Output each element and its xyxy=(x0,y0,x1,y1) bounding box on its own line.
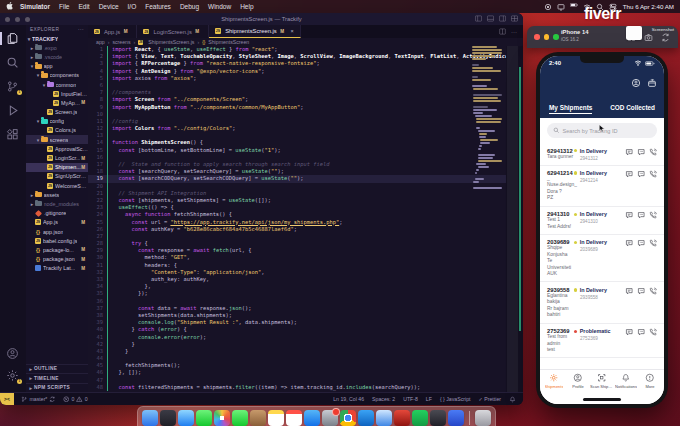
breadcrumb-segment[interactable]: screens xyxy=(112,39,130,45)
chat-icon[interactable] xyxy=(625,239,634,248)
tree-item-expo[interactable]: ▸.expo xyxy=(26,43,88,52)
tabbar-notifications[interactable]: Notifications xyxy=(614,373,638,389)
dock-blue-app-icon[interactable] xyxy=(448,410,464,426)
settings-icon[interactable]: 1 xyxy=(6,369,19,382)
tree-item-vscode[interactable]: ▸.vscode xyxy=(26,52,88,61)
simulator-window-controls[interactable] xyxy=(534,34,559,40)
tree-item-InputFieldjs[interactable]: JSInputField.js xyxy=(26,89,88,98)
home-indicator[interactable] xyxy=(583,398,621,402)
dock-finder-icon[interactable] xyxy=(142,410,158,426)
shipment-row[interactable]: 2752369Test from admintestProblematic275… xyxy=(540,324,664,359)
tabbar-profile[interactable]: Profile xyxy=(566,373,590,389)
chat-icon[interactable] xyxy=(625,287,634,296)
tree-item-components[interactable]: ▾components xyxy=(26,71,88,80)
chat-icon[interactable] xyxy=(625,211,634,220)
git-branch[interactable]: master* xyxy=(21,396,56,403)
menu-item-window[interactable]: Window xyxy=(208,3,231,10)
tree-item-packagelo[interactable]: {}package-lo...M xyxy=(26,245,88,254)
tree-root[interactable]: ▾TRACKIFY xyxy=(26,34,88,43)
scrollbar[interactable] xyxy=(506,46,523,393)
phone-icon[interactable] xyxy=(649,287,658,296)
tree-item-babelconfigjs[interactable]: JSbabel.config.js xyxy=(26,236,88,245)
menu-item-debug[interactable]: Debug xyxy=(180,3,199,10)
phone-icon[interactable] xyxy=(649,328,658,337)
dock-calendar-icon[interactable] xyxy=(286,410,302,426)
sms-icon[interactable] xyxy=(637,287,646,296)
dock-spotify-icon[interactable] xyxy=(412,410,428,426)
menu-item-device[interactable]: Device xyxy=(99,3,119,10)
tree-item-Shipmen[interactable]: JSShipmen...M xyxy=(26,163,88,172)
shipment-row[interactable]: 62941214_ Nuse.design_ Dora ?PZIn Delive… xyxy=(540,166,664,207)
tree-item-app[interactable]: ▾app xyxy=(26,62,88,71)
dock-chrome-icon[interactable] xyxy=(340,410,356,426)
tree-item-screens[interactable]: ▾screens xyxy=(26,135,88,144)
dock-settings-icon[interactable] xyxy=(322,410,338,426)
layout-toggle-icons[interactable] xyxy=(475,15,518,22)
minimap[interactable] xyxy=(472,46,504,190)
section-npm-scripts[interactable]: ▸NPM SCRIPTS xyxy=(26,383,88,393)
split-editor-icon[interactable] xyxy=(499,28,506,35)
menu-item-edit[interactable]: Edit xyxy=(78,3,89,10)
dock-facetime-icon[interactable] xyxy=(232,410,248,426)
sms-icon[interactable] xyxy=(637,328,646,337)
dock-photos-icon[interactable] xyxy=(214,410,230,426)
debug-icon[interactable] xyxy=(6,104,19,117)
close-icon[interactable]: × xyxy=(291,28,294,34)
codbox-icon[interactable] xyxy=(647,78,657,88)
tree-item-SignUpScreen[interactable]: JSSignUpScreen... xyxy=(26,172,88,181)
bell-icon[interactable] xyxy=(509,396,516,403)
dock-terminal-icon[interactable] xyxy=(430,410,446,426)
tree-item-LoginScr[interactable]: JSLoginScr...M xyxy=(26,153,88,162)
tab-cod-collected[interactable]: COD Collected xyxy=(610,104,655,114)
dock-notes-icon[interactable] xyxy=(268,410,284,426)
breadcrumb[interactable]: app›screens›JSShipmentsScreen.js›{}Shipm… xyxy=(88,38,523,46)
problems-indicator[interactable]: 0 0 xyxy=(63,396,88,403)
code-editor[interactable]: 1import React, { useState, useEffect } f… xyxy=(88,46,523,393)
breadcrumb-segment[interactable]: ShipmentsScreen.js xyxy=(148,39,194,45)
sms-icon[interactable] xyxy=(637,148,646,157)
status-item[interactable]: Spaces: 2 xyxy=(372,396,395,402)
status-item[interactable]: LF xyxy=(426,396,432,402)
search-icon[interactable] xyxy=(6,56,19,69)
dock-xcode-icon[interactable] xyxy=(376,410,392,426)
tree-item-packagejson[interactable]: {}package.jsonM xyxy=(26,255,88,264)
dock-messages-icon[interactable] xyxy=(196,410,212,426)
screen-record-icon[interactable] xyxy=(544,3,552,11)
status-item[interactable]: { } JavaScript xyxy=(440,396,471,402)
tab-actions[interactable]: ··· xyxy=(499,25,523,38)
shipment-row[interactable]: 62941312Tara gunnerIn Delivery2941312 xyxy=(540,143,664,166)
tree-item-config[interactable]: ▾config xyxy=(26,117,88,126)
tree-item-Colorsjs[interactable]: JSColors.js xyxy=(26,126,88,135)
tabbar-more[interactable]: More xyxy=(638,373,662,389)
tab-App-js[interactable]: JSApp.jsM xyxy=(88,25,137,38)
sms-icon[interactable] xyxy=(637,239,646,248)
status-item[interactable]: Ln 19, Col 46 xyxy=(333,396,364,402)
extensions-icon[interactable] xyxy=(6,128,19,141)
dock-adobe-icon[interactable] xyxy=(394,410,410,426)
breadcrumb-segment[interactable]: ShipmentsScreen xyxy=(208,39,249,45)
tab-LoginScreen-js[interactable]: JSLoginScreen.jsM xyxy=(137,25,209,38)
sms-icon[interactable] xyxy=(637,170,646,179)
status-item[interactable]: ✓ Prettier xyxy=(478,396,501,402)
vscode-titlebar[interactable]: ShipmentsScreen.js — Trackify xyxy=(0,13,523,25)
phone-icon[interactable] xyxy=(649,148,658,157)
shipment-row[interactable]: 2039689Shqipe KonjushaTe Universiteti AU… xyxy=(540,235,664,283)
tree-item-assets[interactable]: ▸assets xyxy=(26,190,88,199)
section-timeline[interactable]: ▸TIMELINE xyxy=(26,373,88,383)
chat-icon[interactable] xyxy=(625,148,634,157)
support-icon[interactable] xyxy=(631,78,641,88)
shipment-row[interactable]: 2939558Eglantina bakijaRr bajram bahtiri… xyxy=(540,282,664,323)
phone-icon[interactable] xyxy=(649,170,658,179)
tab-my-shipments[interactable]: My Shipments xyxy=(549,104,592,114)
tree-item-common[interactable]: ▾common xyxy=(26,80,88,89)
shipment-row[interactable]: 2941310Test 1Test Addrs!In Delivery29413… xyxy=(540,207,664,235)
tree-item-WelcomeScre[interactable]: JSWelcomeScre... xyxy=(26,181,88,190)
explorer-icon[interactable] xyxy=(6,32,19,45)
section-outline[interactable]: ▸OUTLINE xyxy=(26,364,88,374)
tree-item-gitignore[interactable]: .gitignore xyxy=(26,209,88,218)
breadcrumb-segment[interactable]: app xyxy=(96,39,105,45)
tabbar-shipments[interactable]: Shipments xyxy=(542,373,566,389)
tab-ShipmentsScreen-js[interactable]: JSShipmentsScreen.jsM× xyxy=(209,25,301,38)
dock-safari-icon[interactable] xyxy=(178,410,194,426)
chat-icon[interactable] xyxy=(625,328,634,337)
